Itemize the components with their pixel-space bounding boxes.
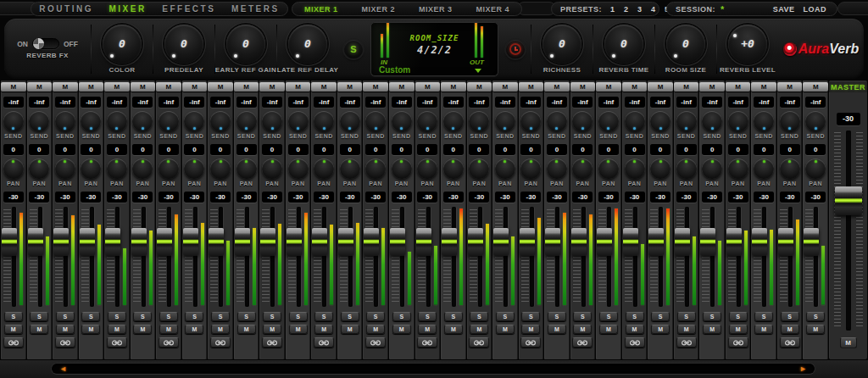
channel-mute-top-button[interactable]: M — [415, 82, 441, 92]
channel-fader[interactable] — [53, 207, 78, 307]
fader-handle[interactable] — [700, 228, 715, 256]
pan-knob[interactable] — [340, 158, 360, 179]
channel-mute-top-button[interactable]: M — [1, 82, 26, 92]
channel-fader[interactable] — [777, 207, 803, 307]
reverb-time-knob[interactable]: 0 — [604, 25, 643, 64]
channel-mute-button[interactable]: M — [703, 325, 721, 334]
send-knob[interactable] — [132, 111, 153, 131]
channel-mute-button[interactable]: M — [314, 325, 333, 334]
pan-knob[interactable] — [365, 158, 386, 179]
channel-mute-button[interactable]: M — [366, 325, 385, 334]
channel-solo-button[interactable]: S — [521, 312, 540, 321]
channel-mute-top-button[interactable]: M — [648, 82, 673, 92]
early-ref-gain-knob[interactable]: 0 — [226, 25, 265, 64]
stereo-link-button[interactable] — [314, 337, 334, 347]
channel-mute-button[interactable]: M — [626, 325, 644, 334]
send-knob[interactable] — [780, 111, 800, 131]
fader-handle[interactable] — [416, 228, 431, 256]
channel-mute-button[interactable]: M — [806, 325, 825, 334]
channel-mute-top-button[interactable]: M — [726, 82, 751, 92]
room-size-knob[interactable]: 0 — [666, 25, 705, 64]
channel-solo-button[interactable]: S — [30, 312, 48, 321]
channel-fader[interactable] — [259, 207, 285, 307]
channel-fader[interactable] — [131, 207, 156, 307]
preset-dropdown-icon[interactable] — [475, 69, 481, 73]
pan-knob[interactable] — [55, 158, 75, 179]
fader-handle[interactable] — [28, 228, 43, 256]
channel-mute-top-button[interactable]: M — [441, 82, 466, 92]
pan-knob[interactable] — [107, 158, 127, 179]
pan-knob[interactable] — [650, 158, 670, 179]
send-knob[interactable] — [676, 111, 697, 131]
channel-mute-button[interactable]: M — [237, 325, 256, 334]
preset-slot-2[interactable]: 2 — [623, 5, 629, 14]
channel-solo-button[interactable]: S — [263, 312, 281, 321]
channel-solo-button[interactable]: S — [108, 312, 126, 321]
pan-knob[interactable] — [288, 158, 309, 179]
pan-knob[interactable] — [702, 158, 722, 179]
channel-mute-button[interactable]: M — [211, 325, 230, 334]
channel-mute-button[interactable]: M — [81, 325, 100, 334]
channel-fader[interactable] — [156, 207, 181, 307]
channel-fader[interactable] — [519, 207, 544, 307]
master-fader[interactable] — [833, 131, 864, 331]
fader-handle[interactable] — [287, 228, 302, 256]
channel-mute-button[interactable]: M — [470, 325, 488, 334]
stereo-link-button[interactable] — [107, 337, 127, 347]
channel-mute-top-button[interactable]: M — [286, 82, 311, 92]
fader-handle[interactable] — [209, 228, 224, 256]
master-mute-button[interactable]: M — [840, 337, 857, 348]
pan-knob[interactable] — [184, 158, 204, 179]
channel-mute-button[interactable]: M — [651, 325, 670, 334]
pan-knob[interactable] — [417, 158, 437, 179]
channel-fader[interactable] — [674, 207, 699, 307]
channel-solo-button[interactable]: S — [289, 312, 308, 321]
channel-mute-button[interactable]: M — [548, 325, 566, 334]
channel-fader[interactable] — [699, 207, 725, 307]
channel-fader[interactable] — [389, 207, 415, 307]
channel-mute-button[interactable]: M — [4, 325, 23, 334]
send-knob[interactable] — [625, 111, 645, 131]
tab-mixer-3[interactable]: MIXER 3 — [419, 5, 453, 14]
channel-mute-button[interactable]: M — [781, 325, 799, 334]
channel-mute-top-button[interactable]: M — [751, 82, 776, 92]
late-ref-delay-knob[interactable]: 0 — [288, 25, 327, 64]
channel-mute-top-button[interactable]: M — [803, 82, 828, 92]
richness-knob[interactable]: 0 — [542, 25, 581, 64]
channel-fader[interactable] — [803, 207, 828, 307]
pan-knob[interactable] — [572, 158, 593, 179]
tempo-clock-button[interactable] — [506, 40, 525, 58]
pan-knob[interactable] — [236, 158, 257, 179]
tab-mixer-4[interactable]: MIXER 4 — [476, 5, 509, 14]
send-knob[interactable] — [650, 111, 670, 131]
channel-solo-button[interactable]: S — [81, 312, 100, 321]
channel-fader[interactable] — [1, 207, 26, 307]
channel-mute-top-button[interactable]: M — [208, 82, 233, 92]
scroll-right-icon[interactable]: ► — [799, 364, 807, 374]
stereo-link-button[interactable] — [3, 337, 24, 347]
fader-handle[interactable] — [312, 228, 327, 256]
pan-knob[interactable] — [469, 158, 489, 179]
channel-solo-button[interactable]: S — [366, 312, 385, 321]
channel-mute-top-button[interactable]: M — [182, 82, 208, 92]
fader-handle[interactable] — [53, 228, 69, 256]
send-knob[interactable] — [392, 111, 412, 131]
channel-fader[interactable] — [27, 207, 53, 307]
channel-fader[interactable] — [182, 207, 208, 307]
pan-knob[interactable] — [3, 158, 24, 179]
channel-mute-top-button[interactable]: M — [467, 82, 492, 92]
channel-mute-top-button[interactable]: M — [492, 82, 518, 92]
channel-mute-button[interactable]: M — [573, 325, 592, 334]
channel-solo-button[interactable]: S — [4, 312, 23, 321]
channel-solo-button[interactable]: S — [444, 312, 463, 321]
channel-mute-button[interactable]: M — [263, 325, 281, 334]
pan-knob[interactable] — [495, 158, 515, 179]
pan-knob[interactable] — [780, 158, 800, 179]
fader-handle[interactable] — [442, 228, 457, 256]
channel-mute-top-button[interactable]: M — [674, 82, 699, 92]
fader-handle[interactable] — [338, 228, 353, 256]
send-knob[interactable] — [805, 111, 826, 131]
fader-handle[interactable] — [571, 228, 587, 256]
channel-solo-button[interactable]: S — [211, 312, 230, 321]
channel-fader[interactable] — [751, 207, 776, 307]
